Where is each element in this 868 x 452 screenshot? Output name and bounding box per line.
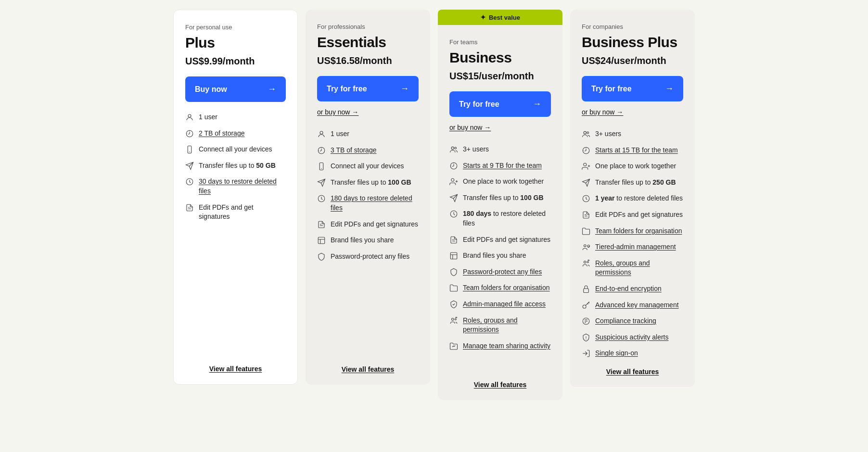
compliance-icon (582, 317, 590, 326)
feature-item: 3+ users (582, 129, 683, 139)
shield-check-icon (449, 300, 458, 309)
users-admin-icon (582, 243, 590, 251)
users-icon (582, 130, 590, 138)
feature-text: 180 days to restore deleted files (331, 194, 419, 213)
feature-item: Advanced key management (582, 301, 683, 310)
feature-item: Edit PDFs and get signatures (185, 203, 286, 222)
plan-price: US$15/user/month (449, 71, 551, 82)
plan-name: Business (449, 50, 551, 66)
plan-label: For companies (582, 23, 683, 30)
feature-text: Edit PDFs and get signatures (331, 220, 419, 229)
feature-text: Edit PDFs and get signatures (463, 235, 551, 245)
cta-primary-button[interactable]: Buy now → (185, 76, 286, 102)
feature-item: Single sign-on (582, 349, 683, 358)
feature-item: Suspicious activity alerts (582, 333, 683, 342)
send-icon (582, 178, 590, 187)
cta-primary-button[interactable]: Try for free → (582, 76, 683, 101)
feature-item: End-to-end encryption (582, 284, 683, 294)
users-roles-icon (449, 316, 458, 325)
svg-line-55 (588, 302, 589, 303)
clock-icon (582, 194, 590, 203)
file-edit-icon (185, 203, 194, 212)
feature-item: Team folders for organisation (449, 283, 551, 293)
collaborate-icon (449, 177, 458, 186)
folder-icon (449, 284, 458, 292)
feature-item: One place to work together (582, 162, 683, 171)
plan-label: For professionals (317, 23, 419, 30)
view-all-features-button[interactable]: View all features (317, 356, 419, 373)
feature-item: One place to work together (449, 177, 551, 187)
clock-rotate-icon (582, 146, 590, 155)
feature-item: 3 TB of storage (317, 146, 419, 155)
svg-point-48 (584, 261, 587, 264)
feature-item: 180 days to restore deleted files (317, 194, 419, 213)
plan-name: Plus (185, 35, 286, 51)
or-buy-now-button[interactable]: or buy now → (449, 124, 551, 131)
feature-item: 3+ users (449, 145, 551, 154)
cta-primary-button[interactable]: Try for free → (317, 76, 419, 101)
shield-icon (449, 268, 458, 276)
plan-price: US$24/user/month (582, 55, 683, 66)
alert-shield-icon (582, 333, 590, 342)
collaborate-icon (582, 162, 590, 171)
feature-text: Compliance tracking (595, 316, 683, 326)
feature-text: 1 user (331, 129, 419, 139)
feature-text: 2 TB of storage (199, 129, 286, 138)
svg-point-0 (188, 114, 191, 117)
feature-text: Edit PDFs and get signatures (595, 210, 683, 220)
plan-plus-wrapper: For personal use Plus US$9.99/month Buy … (169, 10, 302, 385)
feature-item: Roles, groups and permissions (449, 316, 551, 335)
feature-text: 3+ users (463, 145, 551, 154)
svg-point-22 (451, 178, 454, 181)
feature-item: Transfer files up to 100 GB (449, 193, 551, 203)
folder-icon (582, 227, 590, 236)
cta-primary-button[interactable]: Try for free → (449, 91, 551, 117)
key-icon (582, 301, 590, 310)
feature-item: 1 user (185, 113, 286, 122)
view-all-features-button[interactable]: View all features (449, 371, 551, 389)
send-icon (185, 162, 194, 170)
feature-text: Single sign-on (595, 349, 683, 358)
feature-text: 180 days to restore deleted files (463, 209, 551, 228)
view-all-features-button[interactable]: View all features (185, 355, 286, 373)
svg-point-38 (584, 163, 587, 166)
feature-item: Compliance tracking (582, 316, 683, 326)
feature-item: Tiered-admin management (582, 242, 683, 252)
or-buy-now-button[interactable]: or buy now → (317, 108, 419, 116)
feature-text: 1 year to restore deleted files (595, 194, 683, 203)
feature-text: 3+ users (595, 129, 683, 139)
feature-text: Edit PDFs and get signatures (199, 203, 286, 222)
clock-rotate-icon (449, 162, 458, 170)
arrow-icon: → (400, 84, 409, 94)
user-icon (317, 130, 326, 138)
feature-text: Suspicious activity alerts (595, 333, 683, 342)
plan-price: US$9.99/month (185, 56, 286, 67)
svg-point-20 (455, 147, 457, 149)
sparkle-icon: ✦ (480, 13, 486, 21)
plan-business-plus-wrapper: For companies Business Plus US$24/user/m… (566, 10, 699, 387)
feature-item: 180 days to restore deleted files (449, 209, 551, 228)
svg-rect-18 (318, 237, 325, 244)
users-roles-icon (582, 259, 590, 268)
or-buy-now-button[interactable]: or buy now → (582, 108, 683, 116)
feature-text: Starts at 15 TB for the team (595, 146, 683, 155)
feature-text: Password-protect any files (463, 267, 551, 277)
feature-item: Manage team sharing activity (449, 341, 551, 351)
feature-text: 3 TB of storage (331, 146, 419, 155)
feature-text: One place to work together (595, 162, 683, 171)
svg-point-36 (587, 132, 589, 134)
feature-item: 2 TB of storage (185, 129, 286, 138)
cta-primary-label: Buy now (195, 85, 227, 94)
plan-name: Essentials (317, 34, 419, 50)
svg-rect-52 (584, 289, 589, 292)
feature-item: Brand files you share (449, 251, 551, 261)
phone-icon (317, 162, 326, 171)
view-all-features-button[interactable]: View all features (582, 358, 683, 376)
cta-primary-label: Try for free (459, 100, 499, 109)
plan-essentials-wrapper: For professionals Essentials US$16.58/mo… (302, 10, 434, 385)
folder-activity-icon (449, 342, 458, 351)
plan-business-plus-card: For companies Business Plus US$24/user/m… (570, 10, 695, 387)
feature-text: Transfer files up to 250 GB (595, 178, 683, 188)
feature-text: End-to-end encryption (595, 284, 683, 294)
file-edit-icon (449, 236, 458, 244)
